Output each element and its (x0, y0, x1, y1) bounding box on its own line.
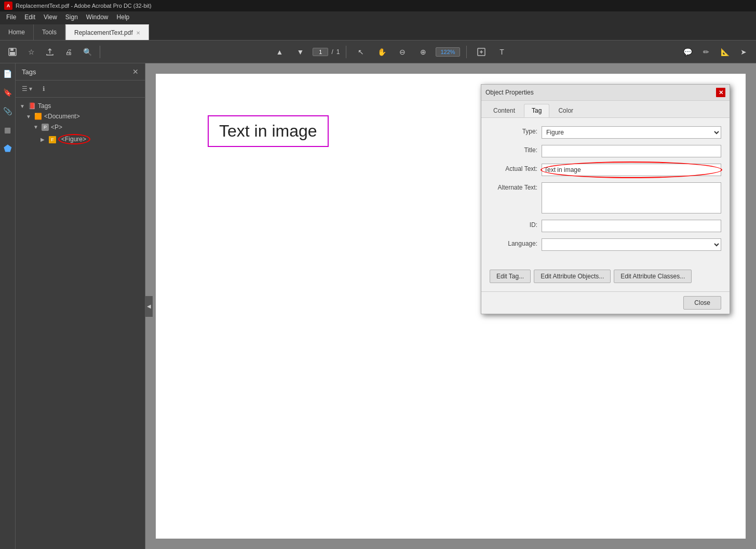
language-label: Language: (490, 238, 542, 247)
title-input[interactable] (542, 145, 721, 157)
tree-arrow-tags: ▼ (20, 103, 27, 109)
text-in-image-label: Text in image (219, 122, 317, 140)
comment-btn[interactable]: 💬 (679, 44, 696, 60)
next-page-btn[interactable]: ▼ (292, 44, 308, 60)
tree-arrow-fig: ▶ (40, 137, 48, 142)
dialog-body: Type: Figure Title: Actual Text: (481, 118, 730, 265)
id-row: ID: (490, 220, 721, 232)
menu-view[interactable]: View (39, 12, 61, 22)
dialog-footer: Close (481, 291, 730, 314)
print-btn[interactable]: 🖨 (60, 44, 77, 60)
tree-item-document[interactable]: ▼ 🟧 <Document> (16, 111, 145, 122)
save-btn[interactable] (4, 44, 21, 60)
tree-icon-fig: F (49, 136, 56, 143)
type-row: Type: Figure (490, 126, 721, 139)
app-icon: A (4, 2, 12, 10)
object-properties-dialog[interactable]: Object Properties ✕ Content Tag Color (481, 84, 730, 314)
tree-label-figure: <Figure> (58, 134, 90, 144)
tags-close-btn[interactable]: ✕ (132, 68, 139, 76)
attach-icon[interactable]: 📎 (2, 105, 14, 117)
menu-edit[interactable]: Edit (20, 12, 39, 22)
dialog-action-buttons: Edit Tag... Edit Attribute Objects... Ed… (481, 265, 730, 291)
tree-label-document: <Document> (44, 113, 80, 120)
tree-arrow-doc: ▼ (26, 114, 33, 119)
figure-circle-annotation: <Figure> (58, 134, 90, 144)
tree-icon-pdf: 📕 (28, 102, 36, 110)
edit-tag-button[interactable]: Edit Tag... (490, 270, 531, 283)
tab-tools[interactable]: Tools (34, 24, 65, 40)
edit-attribute-classes-button[interactable]: Edit Attribute Classes... (614, 270, 692, 283)
zoom-out-btn[interactable]: ⊖ (394, 44, 411, 60)
type-select[interactable]: Figure (542, 126, 721, 139)
tab-close-icon[interactable]: ✕ (136, 30, 140, 36)
sep1 (100, 46, 100, 58)
tags-tree: ▼ 📕 Tags ▼ 🟧 <Document> ▼ P <P> ▶ (16, 98, 145, 549)
layers-icon[interactable]: ▦ (2, 124, 14, 136)
pen-btn[interactable]: ✏ (698, 44, 714, 60)
dialog-tab-content[interactable]: Content (485, 104, 523, 117)
measure-btn[interactable]: 📐 (717, 44, 733, 60)
dialog-title: Object Properties (485, 89, 534, 96)
dialog-tab-color[interactable]: Color (550, 104, 581, 117)
tags-menu-btn[interactable]: ☰ ▾ (20, 83, 34, 95)
edit-attribute-objects-button[interactable]: Edit Attribute Objects... (534, 270, 611, 283)
send-btn[interactable]: ➤ (735, 44, 752, 60)
actual-text-label: Actual Text: (490, 164, 542, 172)
prev-page-btn[interactable]: ▲ (271, 44, 288, 60)
dialog-titlebar: Object Properties ✕ (481, 85, 730, 101)
collapse-panel-btn[interactable]: ◀ (145, 296, 153, 317)
page-total: 1 (336, 48, 340, 56)
bookmark-icon[interactable]: 🔖 (2, 86, 14, 99)
toolbar: ☆ 🖨 🔍 ▲ ▼ / 1 ↖ ✋ ⊖ ⊕ 122% T 💬 ✏ 📐 ➤ (0, 41, 756, 63)
tree-item-figure[interactable]: ▶ F <Figure> (16, 132, 145, 146)
tree-item-p[interactable]: ▼ P <P> (16, 122, 145, 132)
alternate-text-input[interactable] (542, 182, 721, 213)
menu-file[interactable]: File (2, 12, 20, 22)
toolbar-center: ▲ ▼ / 1 ↖ ✋ ⊖ ⊕ 122% T (104, 44, 677, 60)
page-input[interactable] (313, 48, 328, 56)
alternate-text-row: Alternate Text: (490, 182, 721, 213)
tags-toolbar: ☰ ▾ ℹ (16, 81, 145, 98)
page-nav: / 1 (313, 48, 340, 56)
tab-home[interactable]: Home (0, 24, 34, 40)
icon-strip: 📄 🔖 📎 ▦ ⬟ (0, 63, 16, 549)
main-layout: 📄 🔖 📎 ▦ ⬟ Tags ✕ ☰ ▾ ℹ ▼ 📕 Tags ▼ 🟧 < (0, 63, 756, 549)
type-label: Type: (490, 126, 542, 135)
actual-text-input[interactable] (542, 164, 721, 176)
language-select[interactable] (542, 238, 721, 251)
id-input[interactable] (542, 220, 721, 232)
type-btn[interactable]: T (494, 44, 510, 60)
tree-arrow-p: ▼ (33, 124, 40, 130)
zoom-display[interactable]: 122% (436, 47, 460, 57)
svg-rect-2 (10, 52, 15, 55)
actual-text-row: Actual Text: (490, 164, 721, 176)
tree-label-tags: Tags (38, 102, 51, 110)
menu-bar: File Edit View Sign Window Help (0, 11, 756, 23)
tab-bar: Home Tools ReplacementText.pdf ✕ (0, 23, 756, 41)
tag-icon[interactable]: ⬟ (2, 142, 14, 155)
tags-info-btn[interactable]: ℹ (36, 83, 51, 95)
zoom-in-btn[interactable]: ⊕ (415, 44, 431, 60)
dialog-tabs: Content Tag Color (481, 101, 730, 118)
dialog-close-x-btn[interactable]: ✕ (716, 88, 725, 97)
star-btn[interactable]: ☆ (23, 44, 39, 60)
dialog-tab-tag[interactable]: Tag (524, 104, 549, 117)
create-icon[interactable]: 📄 (2, 68, 14, 80)
menu-help[interactable]: Help (113, 12, 134, 22)
tree-item-tags[interactable]: ▼ 📕 Tags (16, 101, 145, 111)
tags-title: Tags (22, 68, 36, 76)
hand-tool[interactable]: ✋ (373, 44, 390, 60)
tab-document[interactable]: ReplacementText.pdf ✕ (65, 24, 149, 40)
search-btn[interactable]: 🔍 (79, 44, 96, 60)
menu-window[interactable]: Window (82, 12, 113, 22)
title-row: Title: (490, 145, 721, 157)
upload-btn[interactable] (42, 44, 58, 60)
tags-header: Tags ✕ (16, 63, 145, 81)
tree-label-p: <P> (51, 124, 62, 131)
menu-sign[interactable]: Sign (61, 12, 82, 22)
cursor-tool[interactable]: ↖ (353, 44, 369, 60)
title-bar: A ReplacementText.pdf - Adobe Acrobat Pr… (0, 0, 756, 11)
sep2 (346, 46, 346, 58)
close-button[interactable]: Close (683, 296, 721, 310)
snap-btn[interactable] (473, 44, 490, 60)
